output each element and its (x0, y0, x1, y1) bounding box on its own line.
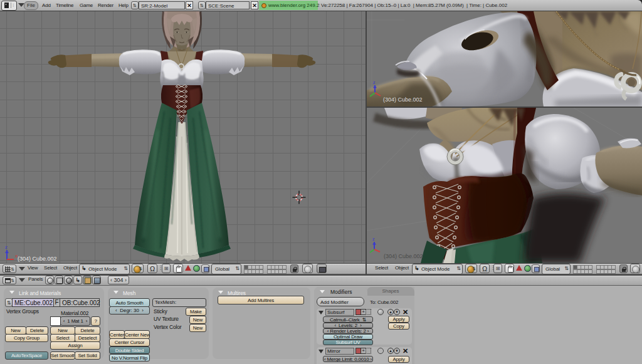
svg-text:(304) Cube.002: (304) Cube.002 (18, 256, 57, 262)
svg-text:z: z (5, 244, 8, 250)
svg-text:z: z (373, 80, 376, 85)
svg-text:z: z (372, 237, 375, 241)
svg-text:(304) Cube.002: (304) Cube.002 (384, 253, 423, 259)
svg-text:(304) Cube.002: (304) Cube.002 (383, 96, 423, 103)
